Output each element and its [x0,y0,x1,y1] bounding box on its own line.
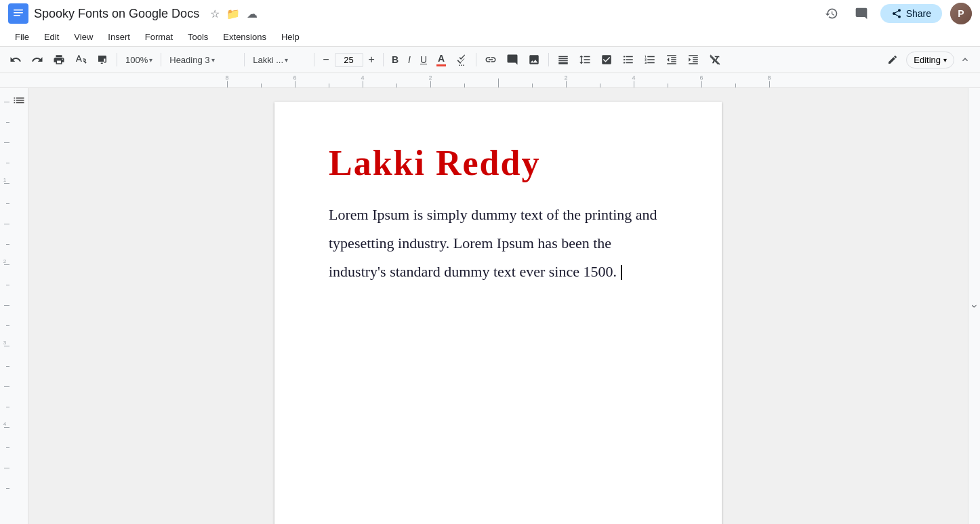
comments-button[interactable] [851,3,872,24]
increase-font-button[interactable]: + [365,51,379,68]
main-area: Lakki Reddy Lorem Ipsum is simply dummy … [0,88,980,524]
heading-text: Lakki Reddy [329,142,540,184]
checklist-button[interactable] [596,51,617,68]
font-color-button[interactable]: A [432,50,450,69]
ruler [0,73,980,88]
redo-button[interactable] [27,51,47,68]
print-button[interactable] [49,51,69,68]
paint-format-button[interactable] [92,51,113,68]
right-sidebar: › [968,88,980,524]
outline-icon[interactable] [12,94,26,110]
link-button[interactable] [481,51,501,68]
font-dropdown[interactable]: Lakki ... ▾ [249,52,310,68]
bullet-list-button[interactable] [618,51,638,68]
folder-icon[interactable]: 📁 [226,7,240,20]
toolbar-sep-1 [117,53,117,66]
style-value: Heading 3 [169,55,209,65]
bold-button[interactable]: B [388,52,403,68]
history-button[interactable] [821,3,842,24]
menu-format[interactable]: Format [138,31,180,43]
zoom-arrow-icon: ▾ [149,56,152,64]
italic-button[interactable]: I [404,52,415,68]
svg-rect-1 [14,9,23,11]
decrease-font-button[interactable]: − [319,51,333,68]
spellcheck-button[interactable] [70,51,91,68]
left-sidebar [9,88,28,524]
svg-rect-0 [12,6,24,21]
font-arrow-icon: ▾ [285,56,288,64]
title-bar: Spooky Fonts on Google Docs ☆ 📁 ☁ Share … [0,0,980,27]
document-heading: Lakki Reddy [329,142,668,184]
zoom-dropdown[interactable]: 100% ▾ [121,52,157,68]
highlight-button[interactable] [451,51,472,68]
toolbar-sep-3 [244,53,245,66]
clear-format-button[interactable] [705,51,725,68]
document-area[interactable]: Lakki Reddy Lorem Ipsum is simply dummy … [28,88,968,524]
menu-tools[interactable]: Tools [181,31,215,43]
pencil-icon [883,52,902,68]
avatar[interactable]: P [950,3,972,24]
align-button[interactable] [553,51,573,68]
document-title[interactable]: Spooky Fonts on Google Docs [34,7,199,21]
collapse-toolbar-button[interactable] [956,50,975,69]
app-icon [8,3,28,24]
toolbar-sep-7 [548,53,549,66]
editing-mode-label: Editing [914,55,941,65]
style-arrow-icon: ▾ [211,56,215,64]
document-page: Lakki Reddy Lorem Ipsum is simply dummy … [274,102,722,524]
title-action-icons: ☆ 📁 ☁ [210,7,258,20]
menu-insert[interactable]: Insert [101,31,137,43]
toolbar-sep-5 [383,53,384,66]
menu-help[interactable]: Help [274,31,306,43]
header-right: Share P [821,3,972,24]
font-size-input[interactable]: 25 [335,53,363,67]
zoom-value: 100% [125,55,148,65]
line-spacing-button[interactable] [575,51,595,68]
menu-edit[interactable]: Edit [37,31,66,43]
menu-bar: File Edit View Insert Format Tools Exten… [0,27,980,46]
star-icon[interactable]: ☆ [210,7,220,20]
style-dropdown[interactable]: Heading 3 ▾ [165,52,240,68]
decrease-indent-button[interactable] [661,51,682,68]
document-body[interactable]: Lorem Ipsum is simply dummy text of the … [329,201,668,285]
undo-button[interactable] [5,51,26,68]
increase-indent-button[interactable] [683,51,703,68]
toolbar-sep-6 [476,53,476,66]
comment-button[interactable] [502,51,523,68]
toolbar-sep-2 [161,53,161,66]
menu-extensions[interactable]: Extensions [216,31,273,43]
editing-mode-arrow-icon: ▾ [943,56,947,64]
svg-rect-3 [14,15,20,16]
underline-button[interactable]: U [416,52,431,68]
body-text: Lorem Ipsum is simply dummy text of the … [329,206,657,280]
svg-rect-2 [14,12,23,14]
menu-file[interactable]: File [8,31,36,43]
numbered-list-button[interactable] [640,51,660,68]
image-button[interactable] [524,51,544,68]
right-sidebar-collapse[interactable]: › [968,304,981,308]
share-button[interactable]: Share [880,4,942,23]
cloud-icon[interactable]: ☁ [247,7,258,20]
vertical-ruler [0,88,9,524]
text-cursor [621,265,622,280]
menu-view[interactable]: View [67,31,100,43]
share-label: Share [906,8,931,19]
editing-mode-dropdown[interactable]: Editing ▾ [906,52,954,68]
font-value: Lakki ... [253,55,283,65]
toolbar: 100% ▾ Heading 3 ▾ Lakki ... ▾ − 25 + B … [0,46,980,73]
toolbar-sep-4 [314,53,314,66]
